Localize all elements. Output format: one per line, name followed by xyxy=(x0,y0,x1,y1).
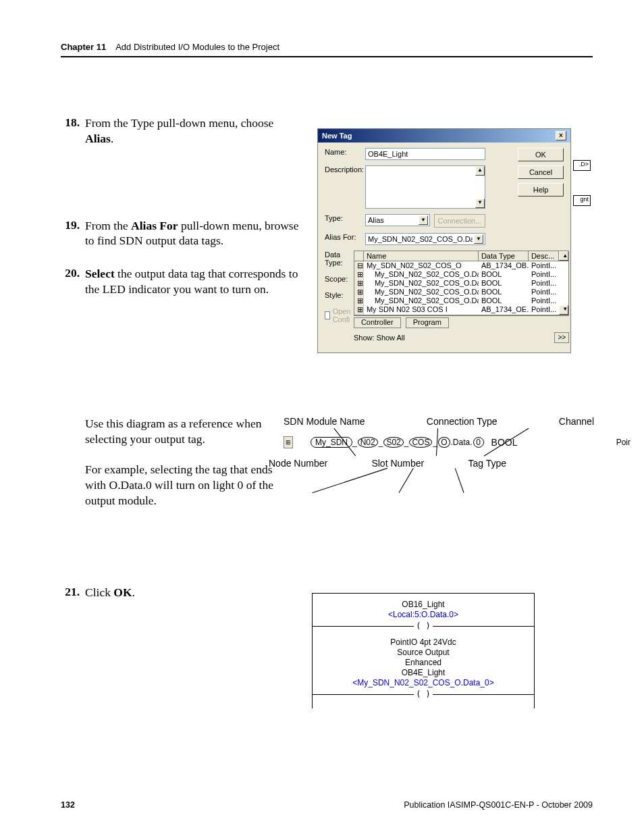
expand-icon[interactable]: ⊞ xyxy=(284,436,293,448)
ladder-tag-alias-2: <My_SDN_N02_S02_COS_O.Data_0> xyxy=(313,678,534,688)
col-datatype: Data Type xyxy=(479,251,529,261)
svg-line-5 xyxy=(455,468,464,492)
row-desc: PointI... xyxy=(529,279,568,288)
page-number: 132 xyxy=(61,800,75,810)
row-dt: BOOL xyxy=(479,279,529,288)
program-tab[interactable]: Program xyxy=(406,317,449,328)
scroll-up-icon[interactable]: ▲ xyxy=(475,166,485,176)
ladder-figure: OB16_Light <Local:5:O.Data.0> ( ) PointI… xyxy=(312,593,535,708)
ladder-contact-2: ( ) xyxy=(414,689,433,699)
scroll-up-icon[interactable]: ▲ xyxy=(559,251,568,261)
mid-paragraph-1: Use this diagram as a reference when sel… xyxy=(85,416,284,447)
show-label: Show: Show All xyxy=(354,334,405,342)
datatype-label: Data Type: xyxy=(325,251,354,267)
type-select[interactable]: Alias ▼ xyxy=(365,214,430,226)
ladder-contact-1: ( ) xyxy=(414,621,433,631)
cancel-button[interactable]: Cancel xyxy=(518,165,564,179)
row-dt: BOOL xyxy=(479,270,529,279)
ladder-desc-3: Enhanced xyxy=(313,658,534,668)
step-20-number: 20. xyxy=(65,266,80,280)
step-18-text-a: From the Type pull-down menu, choose xyxy=(85,116,273,130)
tag-browser-grid[interactable]: Name Data Type Desc... ▲ ⊟My_SDN_N02_S02… xyxy=(354,251,569,316)
type-label: Type: xyxy=(325,214,365,222)
diag-label-channel: Channel xyxy=(559,416,594,427)
aliasfor-value: My_SDN_N02_S02_COS_O.Data_ xyxy=(368,235,473,243)
new-tag-dialog: New Tag × .D> gnt OK Cancel Help Name: D… xyxy=(317,128,571,353)
diag-label-conn: Connection Type xyxy=(427,416,498,427)
row-dt: AB_1734_OE... xyxy=(479,305,529,315)
step-20-text-b: the output data tag that corresponds to … xyxy=(85,267,298,296)
row-name[interactable]: My_SDN_N02_S02_COS_O.Data_2 xyxy=(364,288,479,296)
tag-example: My_SDN_N02_S02_COS_O.Data.0 xyxy=(311,437,485,448)
chevron-down-icon: ▼ xyxy=(474,234,483,244)
mid-paragraph-2: For example, selecting the tag that ends… xyxy=(85,462,284,508)
col-name: Name xyxy=(364,251,479,261)
openconfig-label: Open Confi xyxy=(333,307,354,323)
step-20: 20. Select the output data tag that corr… xyxy=(61,266,301,297)
row-name[interactable]: My_SDN_N02_S02_COS_O xyxy=(364,261,479,270)
chapter-title: Add Distributed I/O Modules to the Proje… xyxy=(115,42,279,52)
diag-label-tagtype: Tag Type xyxy=(468,458,506,469)
expand-button[interactable]: >> xyxy=(554,332,569,343)
row-desc: PointI... xyxy=(529,270,568,279)
scroll-down-icon[interactable]: ▼ xyxy=(559,305,568,315)
dialog-titlebar: New Tag × xyxy=(318,129,570,142)
svg-line-3 xyxy=(313,468,387,492)
row-desc: PointI... xyxy=(529,288,568,296)
ladder-desc-2: Source Output xyxy=(313,648,534,658)
row-dt: AB_1734_OB... xyxy=(479,261,529,270)
step-18-number: 18. xyxy=(65,115,80,129)
row-name[interactable]: My_SDN_N02_S02_COS_O.Data_3 xyxy=(364,296,479,305)
row-name[interactable]: My_SDN_N02_S02_COS_O.Data_0 xyxy=(364,270,479,279)
aliasfor-select[interactable]: My_SDN_N02_S02_COS_O.Data_ ▼ xyxy=(365,233,485,245)
step-20-bold: Select xyxy=(85,267,115,280)
step-19: 19. From the Alias For pull-down menu, b… xyxy=(61,218,301,249)
step-21-bold: OK xyxy=(113,585,132,599)
svg-line-4 xyxy=(399,468,413,492)
tag-part-conn: COS xyxy=(409,437,432,448)
page-header: Chapter 11 Add Distributed I/O Modules t… xyxy=(61,42,593,57)
step-21-text-b: . xyxy=(132,585,135,599)
tag-part-data: Data xyxy=(453,438,470,447)
step-19-text-a: From the xyxy=(85,219,131,232)
aliasfor-label: Alias For: xyxy=(325,233,365,241)
publication-id: Publication IASIMP-QS001C-EN-P - October… xyxy=(404,800,593,810)
side-annotation-1: .D> xyxy=(573,160,591,171)
step-21-text-a: Click xyxy=(85,585,113,599)
row-desc: PointI... xyxy=(529,296,568,305)
ok-button[interactable]: OK xyxy=(518,148,564,161)
tag-part-sdn: My_SDN xyxy=(311,437,352,448)
diag-label-slot: Slot Number xyxy=(371,458,424,469)
name-input[interactable] xyxy=(365,148,485,160)
dialog-title: New Tag xyxy=(322,132,352,140)
step-18-bold: Alias xyxy=(85,132,111,145)
ladder-tag-name-2: OB4E_Light xyxy=(313,668,534,678)
row-name[interactable]: My_SDN_N02_S02_COS_O.Data_1 xyxy=(364,279,479,288)
name-label: Name: xyxy=(325,148,365,156)
tag-poir-label: Poir xyxy=(616,438,630,447)
chevron-down-icon: ▼ xyxy=(419,215,428,225)
step-21-number: 21. xyxy=(65,585,80,598)
diag-label-node: Node Number xyxy=(269,458,327,469)
ladder-tag-name-1: OB16_Light xyxy=(313,600,534,610)
openconfig-checkbox[interactable] xyxy=(325,311,330,319)
tag-bool-label: BOOL xyxy=(491,437,518,448)
ladder-desc-1: PointIO 4pt 24Vdc xyxy=(313,637,534,648)
help-button[interactable]: Help xyxy=(518,183,564,197)
tag-part-type: O xyxy=(438,437,450,448)
row-desc: PointI... xyxy=(529,261,568,270)
controller-tab[interactable]: Controller xyxy=(354,317,401,328)
description-textarea[interactable] xyxy=(365,165,485,209)
scope-label: Scope: xyxy=(325,275,354,283)
connection-button: Connection... xyxy=(434,214,485,228)
step-18: 18. From the Type pull-down menu, choose… xyxy=(61,115,301,147)
row-name[interactable]: My SDN N02 S03 COS I xyxy=(364,305,479,315)
scroll-down-icon[interactable]: ▼ xyxy=(475,199,485,208)
step-21: 21. Click OK. xyxy=(61,585,135,600)
col-desc: Desc... xyxy=(529,251,559,261)
step-18-text-b: . xyxy=(111,132,113,145)
page-footer: 132 Publication IASIMP-QS001C-EN-P - Oct… xyxy=(61,800,593,810)
close-icon[interactable]: × xyxy=(556,131,566,140)
type-value: Alias xyxy=(368,216,417,224)
diag-label-sdn: SDN Module Name xyxy=(284,416,365,427)
